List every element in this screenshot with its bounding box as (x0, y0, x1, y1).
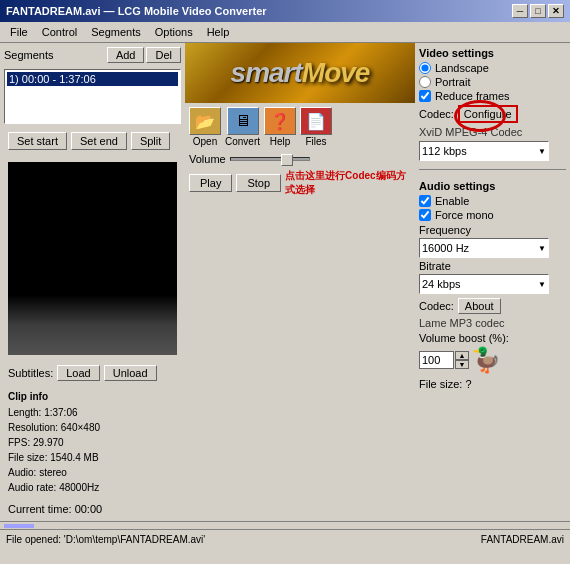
files-label: Files (305, 136, 326, 147)
maximize-button[interactable]: □ (530, 4, 546, 18)
force-mono-label: Force mono (435, 209, 494, 221)
volume-boost-label: Volume boost (%): (419, 332, 509, 344)
video-bitrate-dropdown[interactable]: 112 kbps ▼ (419, 141, 549, 161)
landscape-radio[interactable] (419, 62, 431, 74)
menu-bar: File Control Segments Options Help (0, 22, 570, 43)
minimize-button[interactable]: ─ (512, 4, 528, 18)
freq-dropdown-arrow: ▼ (538, 244, 546, 253)
about-button[interactable]: About (458, 298, 501, 314)
volume-slider[interactable] (230, 157, 310, 161)
reduce-frames-checkbox[interactable] (419, 90, 431, 102)
clip-audiorate: Audio rate: 48000Hz (8, 480, 177, 495)
file-size-label: File size: ? (419, 378, 472, 390)
progress-bar (4, 524, 34, 528)
volume-slider-thumb[interactable] (281, 154, 293, 166)
enable-audio-label: Enable (435, 195, 469, 207)
audio-bitrate-dropdown[interactable]: 24 kbps ▼ (419, 274, 549, 294)
status-watermark: FANTADREAM.avi (481, 534, 564, 545)
volume-boost-down[interactable]: ▼ (455, 360, 469, 369)
audio-settings-section: Audio settings Enable Force mono Frequen… (419, 180, 566, 390)
clip-info-label: Clip info (8, 389, 177, 404)
enable-audio-checkbox[interactable] (419, 195, 431, 207)
del-segment-button[interactable]: Del (146, 47, 181, 63)
subtitles-row: Subtitles: Load Unload (4, 363, 181, 383)
phone-overlay (8, 295, 177, 355)
help-label: Help (270, 136, 291, 147)
close-button[interactable]: ✕ (548, 4, 564, 18)
current-time: Current time: 00:00 (4, 501, 181, 517)
clip-resolution: Resolution: 640×480 (8, 420, 177, 435)
open-button[interactable]: 📂 Open (189, 107, 221, 147)
volume-boost-up[interactable]: ▲ (455, 351, 469, 360)
segment-item[interactable]: 1) 00:00 - 1:37:06 (7, 72, 178, 86)
clip-filesize: File size: 1540.4 MB (8, 450, 177, 465)
toolbar: 📂 Open 🖥 Convert ❓ Help 📄 Files (185, 103, 415, 151)
dropdown-arrow: ▼ (538, 147, 546, 156)
frequency-dropdown[interactable]: 16000 Hz ▼ (419, 238, 549, 258)
stop-button[interactable]: Stop (236, 174, 281, 192)
volume-boost-value: 100 (422, 354, 440, 366)
title-bar-buttons: ─ □ ✕ (512, 4, 564, 18)
landscape-radio-row: Landscape (419, 61, 566, 75)
smartmove-banner: smartMove (185, 43, 415, 103)
separator (419, 169, 566, 170)
enable-audio-row: Enable (419, 194, 566, 208)
preview-area (8, 162, 177, 355)
subtitles-label: Subtitles: (8, 367, 53, 379)
menu-help[interactable]: Help (201, 24, 236, 40)
reduce-frames-label: Reduce frames (435, 90, 510, 102)
menu-control[interactable]: Control (36, 24, 83, 40)
files-button[interactable]: 📄 Files (300, 107, 332, 147)
volume-label: Volume (189, 153, 226, 165)
volume-boost-row: Volume boost (%): (419, 332, 566, 344)
portrait-radio[interactable] (419, 76, 431, 88)
progress-bar-area (0, 521, 570, 529)
segments-label: Segments (4, 49, 54, 61)
audio-codec-info: Lame MP3 codec (419, 316, 566, 330)
segments-list: 1) 00:00 - 1:37:06 (4, 69, 181, 124)
video-settings-section: Video settings Landscape Portrait Reduce… (419, 47, 566, 163)
volume-boost-control: 100 ▲ ▼ 🦆 (419, 346, 566, 374)
video-settings-header: Video settings (419, 47, 566, 59)
file-size-row: File size: ? (419, 378, 566, 390)
load-subtitles-button[interactable]: Load (57, 365, 99, 381)
right-panel: Video settings Landscape Portrait Reduce… (415, 43, 570, 521)
play-button[interactable]: Play (189, 174, 232, 192)
clip-fps: FPS: 29.970 (8, 435, 177, 450)
menu-file[interactable]: File (4, 24, 34, 40)
convert-icon: 🖥 (227, 107, 259, 135)
add-segment-button[interactable]: Add (107, 47, 145, 63)
video-codec-row: Codec: Configure (419, 103, 566, 125)
volume-boost-spinners: ▲ ▼ (455, 351, 469, 369)
clip-info: Clip info Length: 1:37:06 Resolution: 64… (4, 387, 181, 497)
menu-options[interactable]: Options (149, 24, 199, 40)
configure-wrapper: Configure (458, 105, 518, 123)
set-start-button[interactable]: Set start (8, 132, 67, 150)
split-button[interactable]: Split (131, 132, 170, 150)
main-content: Segments Add Del 1) 00:00 - 1:37:06 Set … (0, 43, 570, 521)
menu-segments[interactable]: Segments (85, 24, 147, 40)
audio-bitrate-value: 24 kbps (422, 278, 461, 290)
configure-button[interactable]: Configure (458, 105, 518, 123)
video-codec-label: Codec: (419, 108, 454, 120)
volume-boost-input: 100 (419, 351, 454, 369)
convert-button[interactable]: 🖥 Convert (225, 107, 260, 147)
playback-row: Play Stop 点击这里进行Codec编码方式选择 (185, 167, 415, 199)
clip-audio: Audio: stereo (8, 465, 177, 480)
edit-buttons: Set start Set end Split (4, 128, 181, 154)
smartmove-text: smartMove (231, 57, 370, 89)
help-icon: ❓ (264, 107, 296, 135)
status-file-opened: File opened: 'D:\om\temp\FANTADREAM.avi' (6, 534, 205, 545)
reduce-frames-row: Reduce frames (419, 89, 566, 103)
audio-dropdown-arrow: ▼ (538, 280, 546, 289)
open-icon: 📂 (189, 107, 221, 135)
set-end-button[interactable]: Set end (71, 132, 127, 150)
chinese-text: 点击这里进行Codec编码方式选择 (285, 169, 411, 197)
unload-subtitles-button[interactable]: Unload (104, 365, 157, 381)
title-bar: FANTADREAM.avi — LCG Mobile Video Conver… (0, 0, 570, 22)
force-mono-checkbox[interactable] (419, 209, 431, 221)
bottom-bar: File opened: 'D:\om\temp\FANTADREAM.avi'… (0, 529, 570, 549)
frequency-label: Frequency (419, 224, 566, 236)
audio-codec-row: Codec: About (419, 296, 566, 316)
help-button[interactable]: ❓ Help (264, 107, 296, 147)
